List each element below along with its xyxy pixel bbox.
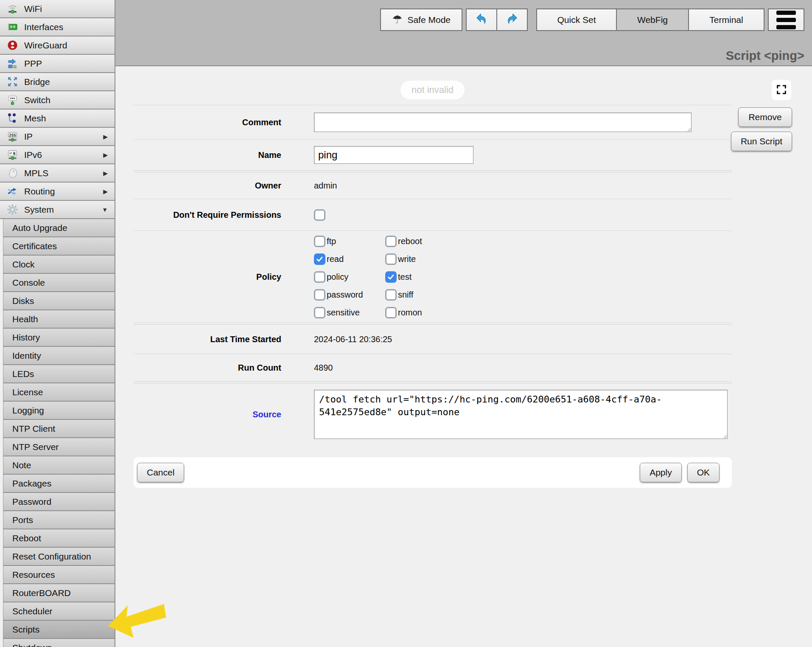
policy-checkbox-romon[interactable] [385,307,397,318]
sidebar-item-switch[interactable]: Switch [0,91,115,110]
policy-checkbox-ftp[interactable] [314,236,325,247]
sidebar-item-logging[interactable]: Logging [3,402,115,420]
sidebar-item-license[interactable]: License [3,383,115,402]
source-label[interactable]: Source [134,410,281,419]
apply-button[interactable]: Apply [640,463,682,482]
name-label: Name [134,150,281,160]
owner-row: Owner admin [134,172,732,199]
item-actions: Remove Run Script [731,107,792,151]
umbrella-icon: ☂ [392,14,402,25]
sidebar-item-history[interactable]: History [3,329,115,347]
sidebar-item-identity[interactable]: Identity [3,347,115,365]
policy-option-policy: policy [314,271,385,283]
sidebar-item-leds[interactable]: LEDs [3,365,115,383]
sidebar-item-password[interactable]: Password [3,493,115,511]
sidebar-item-resources[interactable]: Resources [3,566,115,584]
remove-button[interactable]: Remove [738,107,792,127]
sidebar-item-health[interactable]: Health [3,310,115,329]
sidebar-item-interfaces[interactable]: Interfaces [0,18,115,37]
sidebar-item-mpls[interactable]: MPLS▶ [0,164,115,183]
policy-label: Policy [134,272,281,282]
policy-checkbox-password[interactable] [314,289,325,301]
cancel-button[interactable]: Cancel [137,463,184,482]
policy-grid: ftprebootreadwritepolicytestpasswordsnif… [314,236,479,318]
switch-icon [7,94,18,106]
sidebar-submenu: Auto UpgradeCertificatesClockConsoleDisk… [0,219,115,647]
sidebar-item-reset-configuration[interactable]: Reset Configuration [3,548,115,566]
ipv6-icon: 6 [7,149,18,160]
comment-field[interactable] [314,113,692,132]
routing-icon [7,186,18,197]
source-row: Source /tool fetch url="https://hc-ping.… [134,383,732,445]
wireguard-icon [7,39,18,51]
policy-option-sensitive: sensitive [314,307,385,318]
source-field[interactable]: /tool fetch url="https://hc-ping.com/620… [314,390,728,439]
name-field[interactable] [314,146,473,164]
sidebar-item-disks[interactable]: Disks [3,292,115,310]
sidebar-item-routerboard[interactable]: RouterBOARD [3,584,115,602]
policy-option-write: write [385,253,479,265]
bridge-icon [7,76,18,87]
sidebar-item-mesh[interactable]: Mesh [0,110,115,128]
system-gear-icon [7,204,18,215]
undo-redo-group [466,8,528,31]
sidebar-item-note[interactable]: Note [3,456,115,475]
policy-checkbox-reboot[interactable] [385,236,397,247]
toolbar: ☂ Safe Mode [380,8,804,31]
sidebar-item-auto-upgrade[interactable]: Auto Upgrade [3,219,115,237]
sidebar-item-ntp-server[interactable]: NTP Server [3,438,115,456]
sidebar-item-certificates[interactable]: Certificates [3,237,115,256]
sidebar-item-ipv6[interactable]: 6IPv6▶ [0,146,115,164]
policy-checkbox-sniff[interactable] [385,289,397,301]
sidebar-item-ntp-client[interactable]: NTP Client [3,420,115,438]
sidebar-item-scripts[interactable]: Scripts [3,621,115,639]
redo-button[interactable] [496,8,528,31]
owner-label: Owner [134,181,281,191]
dont-require-permissions-checkbox[interactable] [314,209,325,221]
run-script-button[interactable]: Run Script [731,132,792,151]
sidebar-item-system[interactable]: System▼ [0,201,115,219]
undo-icon [475,12,488,27]
sidebar-item-shutdown[interactable]: Shutdown [3,639,115,647]
sidebar-item-ports[interactable]: Ports [3,511,115,529]
chevron-right-icon: ▶ [103,170,110,177]
policy-option-sniff: sniff [385,289,479,301]
hamburger-menu-button[interactable] [768,8,804,31]
redo-icon [506,12,518,27]
chevron-down-icon: ▼ [102,206,110,213]
undo-button[interactable] [466,8,497,31]
sidebar-item-wireguard[interactable]: WireGuard [0,37,115,55]
sidebar-item-console[interactable]: Console [3,274,115,292]
policy-checkbox-read[interactable] [314,253,325,265]
tab-webfig[interactable]: WebFig [616,8,689,31]
header: ☂ Safe Mode [115,0,812,66]
policy-checkbox-policy[interactable] [314,271,325,283]
policy-checkbox-write[interactable] [385,253,397,265]
ip-icon: 255 [7,131,18,142]
view-tabs-group: Quick Set WebFig Terminal [536,8,764,31]
sidebar-item-reboot[interactable]: Reboot [3,529,115,548]
policy-option-read: read [314,253,385,265]
sidebar-item-scheduler[interactable]: Scheduler [3,602,115,621]
hamburger-menu-icon [776,11,796,29]
sidebar-item-ppp[interactable]: PPP [0,55,115,73]
policy-option-password: password [314,289,385,301]
ok-button[interactable]: OK [687,463,720,482]
safe-mode-button[interactable]: ☂ Safe Mode [380,8,462,31]
comment-label: Comment [134,118,281,127]
policy-checkbox-sensitive[interactable] [314,307,325,318]
fullscreen-button[interactable] [772,80,791,100]
policy-option-reboot: reboot [385,236,479,247]
policy-checkbox-test[interactable] [385,271,397,283]
tab-terminal[interactable]: Terminal [688,8,764,31]
sidebar-item-packages[interactable]: Packages [3,475,115,493]
sidebar-item-clock[interactable]: Clock [3,256,115,274]
form-button-bar: Cancel Apply OK [134,457,732,488]
tab-quick-set[interactable]: Quick Set [536,8,617,31]
sidebar-item-wifi[interactable]: WiFi [0,0,115,18]
sidebar-item-routing[interactable]: Routing▶ [0,183,115,201]
script-form: Comment Name Owner admin [134,105,732,488]
sidebar-item-ip[interactable]: 255IP▶ [0,128,115,146]
last-time-started-row: Last Time Started 2024-06-11 20:36:25 [134,325,732,354]
sidebar-item-bridge[interactable]: Bridge [0,73,115,91]
